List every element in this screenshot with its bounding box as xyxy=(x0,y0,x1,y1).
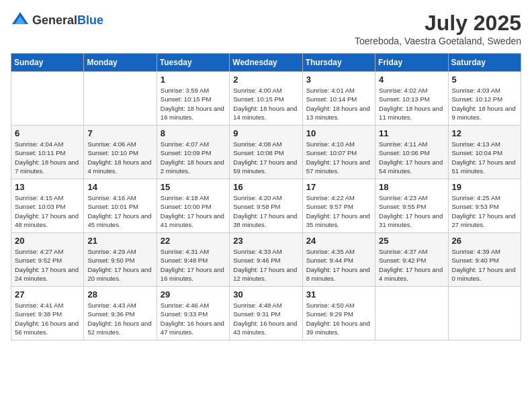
week-row-4: 20Sunrise: 4:27 AM Sunset: 9:52 PM Dayli… xyxy=(11,233,521,287)
day-info: Sunrise: 4:00 AM Sunset: 10:15 PM Daylig… xyxy=(233,86,298,122)
day-number: 17 xyxy=(306,182,371,192)
day-cell: 25Sunrise: 4:37 AM Sunset: 9:42 PM Dayli… xyxy=(375,233,448,287)
day-cell: 9Sunrise: 4:08 AM Sunset: 10:08 PM Dayli… xyxy=(230,126,302,179)
day-info: Sunrise: 4:29 AM Sunset: 9:50 PM Dayligh… xyxy=(87,247,152,283)
day-number: 10 xyxy=(306,128,371,138)
day-number: 22 xyxy=(161,236,226,246)
logo-blue: Blue xyxy=(77,13,103,27)
day-info: Sunrise: 3:59 AM Sunset: 10:15 PM Daylig… xyxy=(161,86,226,122)
day-number: 19 xyxy=(452,182,517,192)
day-cell: 16Sunrise: 4:20 AM Sunset: 9:58 PM Dayli… xyxy=(230,179,302,233)
calendar-table: SundayMondayTuesdayWednesdayThursdayFrid… xyxy=(11,53,521,340)
day-number: 1 xyxy=(161,75,226,85)
day-number: 21 xyxy=(87,236,152,246)
page-header: GeneralBlue July 2025 Toereboda, Vaestra… xyxy=(11,11,521,46)
day-cell xyxy=(375,287,448,340)
day-cell: 13Sunrise: 4:15 AM Sunset: 10:03 PM Dayl… xyxy=(11,179,84,233)
weekday-header-tuesday: Tuesday xyxy=(157,54,229,72)
day-info: Sunrise: 4:10 AM Sunset: 10:07 PM Daylig… xyxy=(306,140,371,175)
day-info: Sunrise: 4:04 AM Sunset: 10:11 PM Daylig… xyxy=(15,140,80,175)
day-number: 29 xyxy=(161,289,226,300)
day-cell: 10Sunrise: 4:10 AM Sunset: 10:07 PM Dayl… xyxy=(302,126,375,179)
day-number: 8 xyxy=(161,128,226,138)
day-info: Sunrise: 4:41 AM Sunset: 9:38 PM Dayligh… xyxy=(15,301,80,336)
day-cell: 27Sunrise: 4:41 AM Sunset: 9:38 PM Dayli… xyxy=(11,287,84,340)
day-info: Sunrise: 4:16 AM Sunset: 10:01 PM Daylig… xyxy=(87,193,152,229)
day-info: Sunrise: 4:43 AM Sunset: 9:36 PM Dayligh… xyxy=(87,301,152,336)
week-row-1: 1Sunrise: 3:59 AM Sunset: 10:15 PM Dayli… xyxy=(11,72,521,126)
logo-general: General xyxy=(32,13,77,27)
day-info: Sunrise: 4:22 AM Sunset: 9:57 PM Dayligh… xyxy=(306,193,371,229)
weekday-header-monday: Monday xyxy=(84,54,157,72)
day-info: Sunrise: 4:37 AM Sunset: 9:42 PM Dayligh… xyxy=(379,247,444,283)
weekday-header-friday: Friday xyxy=(375,54,448,72)
day-info: Sunrise: 4:50 AM Sunset: 9:29 PM Dayligh… xyxy=(306,301,371,336)
day-cell: 6Sunrise: 4:04 AM Sunset: 10:11 PM Dayli… xyxy=(11,126,84,179)
day-info: Sunrise: 4:31 AM Sunset: 9:48 PM Dayligh… xyxy=(161,247,226,283)
day-cell: 28Sunrise: 4:43 AM Sunset: 9:36 PM Dayli… xyxy=(84,287,157,340)
day-info: Sunrise: 4:07 AM Sunset: 10:09 PM Daylig… xyxy=(161,140,226,175)
day-cell: 1Sunrise: 3:59 AM Sunset: 10:15 PM Dayli… xyxy=(157,72,229,126)
week-row-3: 13Sunrise: 4:15 AM Sunset: 10:03 PM Dayl… xyxy=(11,179,521,233)
weekday-header-wednesday: Wednesday xyxy=(230,54,302,72)
day-number: 7 xyxy=(87,128,152,138)
day-info: Sunrise: 4:25 AM Sunset: 9:53 PM Dayligh… xyxy=(452,193,517,229)
day-number: 14 xyxy=(87,182,152,192)
day-info: Sunrise: 4:13 AM Sunset: 10:04 PM Daylig… xyxy=(452,140,517,175)
day-number: 16 xyxy=(233,182,298,192)
day-number: 28 xyxy=(87,289,152,300)
day-cell xyxy=(84,72,157,126)
day-info: Sunrise: 4:23 AM Sunset: 9:55 PM Dayligh… xyxy=(379,193,444,229)
day-number: 26 xyxy=(452,236,517,246)
day-cell: 30Sunrise: 4:48 AM Sunset: 9:31 PM Dayli… xyxy=(230,287,302,340)
weekday-header-saturday: Saturday xyxy=(448,54,521,72)
day-number: 24 xyxy=(306,236,371,246)
day-number: 4 xyxy=(379,75,444,85)
logo-icon xyxy=(11,11,30,30)
day-cell: 31Sunrise: 4:50 AM Sunset: 9:29 PM Dayli… xyxy=(302,287,375,340)
day-number: 23 xyxy=(233,236,298,246)
day-number: 5 xyxy=(452,75,517,85)
day-info: Sunrise: 4:20 AM Sunset: 9:58 PM Dayligh… xyxy=(233,193,298,229)
month-year-title: July 2025 xyxy=(355,11,521,36)
logo: GeneralBlue xyxy=(11,11,103,30)
day-cell: 4Sunrise: 4:02 AM Sunset: 10:13 PM Dayli… xyxy=(375,72,448,126)
day-cell: 3Sunrise: 4:01 AM Sunset: 10:14 PM Dayli… xyxy=(302,72,375,126)
day-number: 25 xyxy=(379,236,444,246)
day-number: 2 xyxy=(233,75,298,85)
day-number: 27 xyxy=(15,289,80,300)
day-cell: 19Sunrise: 4:25 AM Sunset: 9:53 PM Dayli… xyxy=(448,179,521,233)
location-subtitle: Toereboda, Vaestra Goetaland, Sweden xyxy=(355,36,521,46)
day-cell: 2Sunrise: 4:00 AM Sunset: 10:15 PM Dayli… xyxy=(230,72,302,126)
day-info: Sunrise: 4:06 AM Sunset: 10:10 PM Daylig… xyxy=(87,140,152,175)
week-row-2: 6Sunrise: 4:04 AM Sunset: 10:11 PM Dayli… xyxy=(11,126,521,179)
day-number: 13 xyxy=(15,182,80,192)
weekday-header-sunday: Sunday xyxy=(11,54,84,72)
day-number: 12 xyxy=(452,128,517,138)
day-info: Sunrise: 4:02 AM Sunset: 10:13 PM Daylig… xyxy=(379,86,444,122)
day-cell: 18Sunrise: 4:23 AM Sunset: 9:55 PM Dayli… xyxy=(375,179,448,233)
day-number: 18 xyxy=(379,182,444,192)
day-cell: 12Sunrise: 4:13 AM Sunset: 10:04 PM Dayl… xyxy=(448,126,521,179)
day-info: Sunrise: 4:39 AM Sunset: 9:40 PM Dayligh… xyxy=(452,247,517,283)
day-info: Sunrise: 4:46 AM Sunset: 9:33 PM Dayligh… xyxy=(161,301,226,336)
day-info: Sunrise: 4:08 AM Sunset: 10:08 PM Daylig… xyxy=(233,140,298,175)
day-cell: 29Sunrise: 4:46 AM Sunset: 9:33 PM Dayli… xyxy=(157,287,229,340)
day-number: 30 xyxy=(233,289,298,300)
day-info: Sunrise: 4:35 AM Sunset: 9:44 PM Dayligh… xyxy=(306,247,371,283)
day-cell: 17Sunrise: 4:22 AM Sunset: 9:57 PM Dayli… xyxy=(302,179,375,233)
day-number: 3 xyxy=(306,75,371,85)
day-info: Sunrise: 4:15 AM Sunset: 10:03 PM Daylig… xyxy=(15,193,80,229)
day-cell xyxy=(448,287,521,340)
day-cell: 21Sunrise: 4:29 AM Sunset: 9:50 PM Dayli… xyxy=(84,233,157,287)
day-info: Sunrise: 4:33 AM Sunset: 9:46 PM Dayligh… xyxy=(233,247,298,283)
day-cell: 26Sunrise: 4:39 AM Sunset: 9:40 PM Dayli… xyxy=(448,233,521,287)
day-info: Sunrise: 4:27 AM Sunset: 9:52 PM Dayligh… xyxy=(15,247,80,283)
weekday-header-row: SundayMondayTuesdayWednesdayThursdayFrid… xyxy=(11,54,521,72)
day-cell: 15Sunrise: 4:18 AM Sunset: 10:00 PM Dayl… xyxy=(157,179,229,233)
weekday-header-thursday: Thursday xyxy=(302,54,375,72)
day-info: Sunrise: 4:48 AM Sunset: 9:31 PM Dayligh… xyxy=(233,301,298,336)
day-cell xyxy=(11,72,84,126)
week-row-5: 27Sunrise: 4:41 AM Sunset: 9:38 PM Dayli… xyxy=(11,287,521,340)
day-number: 11 xyxy=(379,128,444,138)
